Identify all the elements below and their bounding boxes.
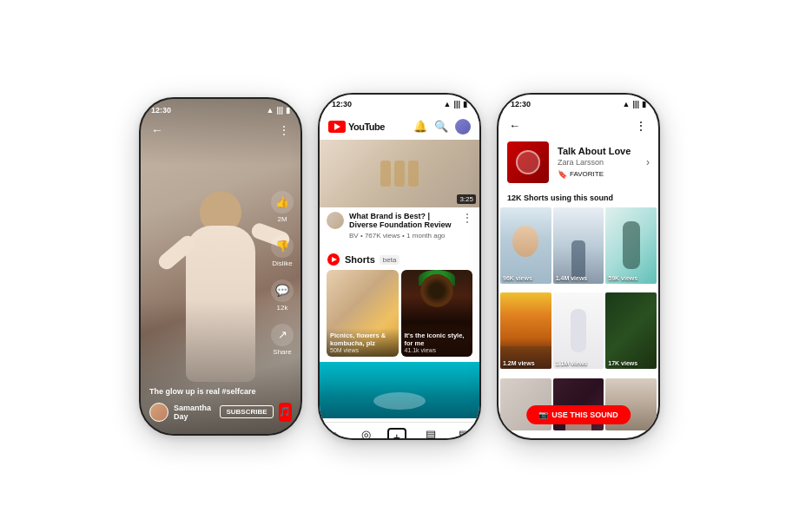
music-button[interactable]: 🎵 — [279, 403, 292, 422]
signal-icon: ||| — [453, 100, 460, 108]
library-icon: ▤ — [459, 428, 469, 437]
white-person-bg — [553, 292, 604, 369]
phone-2: 12:30 ▲ ||| ▮ YouTube 🔔 🔍 — [318, 93, 481, 440]
comments-count: 12k — [277, 304, 288, 312]
sound-details: Talk About Love Zara Larsson 🔖 FAVORITE — [558, 146, 637, 179]
nav-add[interactable]: + — [381, 428, 413, 437]
short-2-title: It's the iconic style, for me — [405, 332, 470, 347]
video-info: What Brand is Best? | Diverse Foundation… — [320, 207, 479, 245]
grid-views-1: 96K views — [503, 275, 532, 281]
video-card[interactable]: 3:25 What Brand is Best? | Diverse Found… — [320, 140, 479, 245]
wifi-icon: ▲ — [267, 106, 274, 115]
youtube-header: YouTube 🔔 🔍 — [320, 112, 479, 140]
like-count: 2M — [277, 215, 287, 223]
home-icon: ⌂ — [332, 428, 339, 437]
shorts-beta-badge: beta — [380, 255, 400, 265]
thumbs-down-icon: 👎 — [271, 235, 294, 258]
user-avatar — [149, 403, 168, 422]
search-icon[interactable]: 🔍 — [434, 120, 448, 133]
user-avatar[interactable] — [455, 119, 471, 135]
dislike-action[interactable]: 👎 Dislike — [271, 235, 294, 267]
grid-item-2[interactable]: 1.4M views — [553, 207, 604, 284]
use-sound-label: USE THIS SOUND — [551, 410, 618, 419]
play-triangle — [334, 123, 340, 130]
subscribe-button[interactable]: SUBSCRIBE — [220, 405, 273, 418]
youtube-logo-text: YouTube — [348, 122, 385, 132]
share-icon: ↗ — [271, 324, 294, 346]
shorts-count: 12K Shorts using this sound — [499, 190, 658, 207]
comments-action[interactable]: 💬 12k — [271, 279, 294, 312]
face-shape — [512, 226, 538, 257]
share-action[interactable]: ↗ Share — [271, 324, 294, 356]
battery-icon: ▮ — [642, 100, 646, 108]
wifi-icon: ▲ — [623, 100, 631, 108]
sunset-background — [500, 292, 551, 369]
user-name: Samantha Day — [174, 404, 211, 421]
video-meta: What Brand is Best? | Diverse Foundation… — [349, 212, 457, 240]
bookmark-icon: 🔖 — [558, 170, 567, 179]
phones-container: 12:30 ▲ ||| ▮ ← ⋮ 👍 2M 👎 Dislike — [122, 76, 677, 457]
phone3-status-bar: 12:30 ▲ ||| ▮ — [499, 95, 658, 112]
sound-thumb-icon — [516, 150, 540, 174]
signal-icon: ||| — [632, 100, 639, 108]
music-icon: 🎵 — [279, 406, 291, 417]
short-1-views: 50M views — [330, 347, 395, 353]
short-2-views: 41.1k views — [405, 347, 470, 353]
grid-views-3: 59K views — [608, 275, 637, 281]
nav-subscriptions[interactable]: ▤ Subscriptions — [413, 428, 449, 437]
grid-item-6[interactable]: 17K views — [605, 292, 657, 369]
dislike-label: Dislike — [272, 259, 293, 267]
video-more-button[interactable]: ⋮ — [462, 212, 472, 224]
teal-person — [623, 221, 640, 269]
phone2-status-bar: 12:30 ▲ ||| ▮ — [320, 95, 479, 112]
notification-icon[interactable]: 🔔 — [413, 120, 427, 133]
nav-explore[interactable]: ◎ Explore — [351, 428, 382, 437]
bottom-nav: ⌂ Home ◎ Explore + ▤ Subscriptions — [320, 422, 479, 437]
grid-views-6: 17K views — [608, 360, 637, 366]
phone3-screen: 12:30 ▲ ||| ▮ ← ⋮ Talk About Love Za — [499, 95, 658, 438]
back-button[interactable]: ← — [509, 119, 520, 132]
status-time: 12:30 — [511, 100, 531, 108]
phone1-status-bar: 12:30 ▲ ||| ▮ — [141, 99, 300, 118]
use-sound-button[interactable]: 📷 USE THIS SOUND — [526, 405, 631, 424]
favorite-label: FAVORITE — [570, 170, 604, 178]
status-icons: ▲ ||| ▮ — [623, 100, 646, 108]
more-options-button[interactable]: ⋮ — [278, 123, 290, 137]
nav-home[interactable]: ⌂ Home — [320, 428, 351, 437]
grid-item-5[interactable]: 1.1M views — [553, 292, 604, 369]
nav-library[interactable]: ▤ Library — [449, 428, 479, 437]
thumbs-up-icon: 👍 — [271, 191, 294, 213]
grid-views-4: 1.2M views — [503, 360, 535, 366]
bottle-1 — [380, 161, 391, 187]
status-icons: ▲ ||| ▮ — [444, 100, 467, 108]
wifi-icon: ▲ — [444, 100, 452, 108]
grid-item-1[interactable]: 96K views — [500, 207, 551, 284]
bottle-2 — [394, 161, 405, 187]
bottle-3 — [408, 161, 419, 187]
flower-head — [420, 274, 453, 307]
more-options-button[interactable]: ⋮ — [635, 119, 648, 133]
phone1-bottom: The glow up is real #selfcare Samantha D… — [141, 380, 300, 434]
short-1-info: Picnics, flowers & kombucha, plz 50M vie… — [327, 328, 399, 357]
grid-item-4[interactable]: 1.2M views — [500, 292, 551, 369]
artist-name: Zara Larsson — [558, 158, 637, 167]
short-1[interactable]: Picnics, flowers & kombucha, plz 50M vie… — [327, 270, 399, 357]
favorite-button[interactable]: 🔖 FAVORITE — [558, 170, 637, 179]
phone1-actions: 👍 2M 👎 Dislike 💬 12k ↗ Share — [271, 191, 294, 356]
long-video-card[interactable] — [320, 362, 479, 418]
grid-views-5: 1.1M views — [556, 360, 588, 366]
like-action[interactable]: 👍 2M — [271, 191, 294, 223]
shorts-row: Picnics, flowers & kombucha, plz 50M vie… — [320, 270, 479, 362]
status-time: 12:30 — [332, 100, 352, 108]
grid-item-3[interactable]: 59K views — [605, 207, 657, 284]
video-thumbnail: 3:25 — [320, 140, 479, 207]
phone-3: 12:30 ▲ ||| ▮ ← ⋮ Talk About Love Za — [497, 93, 660, 440]
subscriptions-icon: ▤ — [426, 428, 436, 437]
grid-skater-bg — [553, 207, 604, 284]
youtube-logo-icon — [328, 121, 346, 133]
short-2[interactable]: It's the iconic style, for me 41.1k view… — [401, 270, 473, 357]
phone1-screen: 12:30 ▲ ||| ▮ ← ⋮ 👍 2M 👎 Dislike — [141, 99, 300, 434]
back-button[interactable]: ← — [151, 123, 163, 137]
signal-icon: ||| — [276, 106, 283, 115]
youtube-logo: YouTube — [328, 121, 385, 133]
